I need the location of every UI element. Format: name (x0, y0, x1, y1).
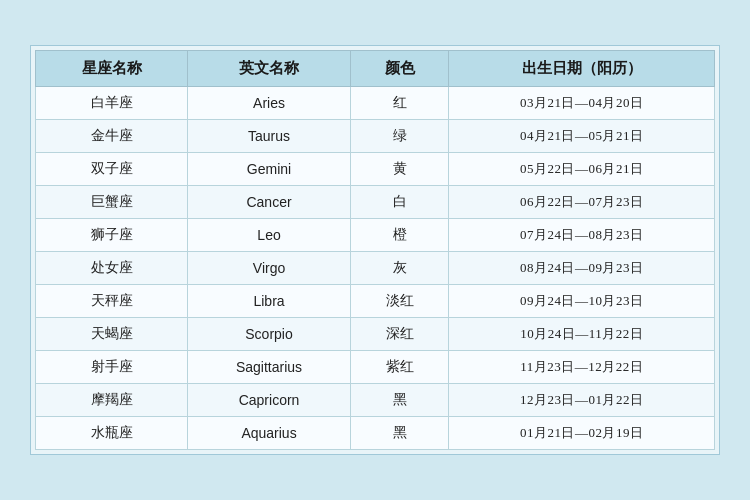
cell-color: 黑 (351, 417, 449, 450)
cell-chinese-name: 射手座 (36, 351, 188, 384)
table-row: 狮子座Leo橙07月24日—08月23日 (36, 219, 715, 252)
cell-birthdate: 07月24日—08月23日 (449, 219, 715, 252)
cell-english-name: Libra (188, 285, 351, 318)
cell-birthdate: 01月21日—02月19日 (449, 417, 715, 450)
cell-chinese-name: 水瓶座 (36, 417, 188, 450)
cell-birthdate: 06月22日—07月23日 (449, 186, 715, 219)
cell-birthdate: 09月24日—10月23日 (449, 285, 715, 318)
cell-chinese-name: 巨蟹座 (36, 186, 188, 219)
cell-birthdate: 04月21日—05月21日 (449, 120, 715, 153)
cell-chinese-name: 双子座 (36, 153, 188, 186)
table-row: 双子座Gemini黄05月22日—06月21日 (36, 153, 715, 186)
cell-birthdate: 08月24日—09月23日 (449, 252, 715, 285)
table-header-row: 星座名称 英文名称 颜色 出生日期（阳历） (36, 51, 715, 87)
cell-color: 灰 (351, 252, 449, 285)
cell-color: 深红 (351, 318, 449, 351)
cell-english-name: Cancer (188, 186, 351, 219)
cell-birthdate: 11月23日—12月22日 (449, 351, 715, 384)
cell-birthdate: 10月24日—11月22日 (449, 318, 715, 351)
table-row: 射手座Sagittarius紫红11月23日—12月22日 (36, 351, 715, 384)
cell-color: 红 (351, 87, 449, 120)
cell-english-name: Capricorn (188, 384, 351, 417)
cell-chinese-name: 天秤座 (36, 285, 188, 318)
cell-english-name: Gemini (188, 153, 351, 186)
cell-chinese-name: 摩羯座 (36, 384, 188, 417)
cell-english-name: Taurus (188, 120, 351, 153)
zodiac-table: 星座名称 英文名称 颜色 出生日期（阳历） 白羊座Aries红03月21日—04… (35, 50, 715, 450)
cell-chinese-name: 白羊座 (36, 87, 188, 120)
table-row: 白羊座Aries红03月21日—04月20日 (36, 87, 715, 120)
header-english-name: 英文名称 (188, 51, 351, 87)
cell-color: 黑 (351, 384, 449, 417)
cell-chinese-name: 天蝎座 (36, 318, 188, 351)
cell-english-name: Aquarius (188, 417, 351, 450)
table-row: 摩羯座Capricorn黑12月23日—01月22日 (36, 384, 715, 417)
cell-english-name: Sagittarius (188, 351, 351, 384)
table-row: 巨蟹座Cancer白06月22日—07月23日 (36, 186, 715, 219)
header-color: 颜色 (351, 51, 449, 87)
header-chinese-name: 星座名称 (36, 51, 188, 87)
header-birthdate: 出生日期（阳历） (449, 51, 715, 87)
cell-color: 黄 (351, 153, 449, 186)
cell-english-name: Leo (188, 219, 351, 252)
cell-color: 紫红 (351, 351, 449, 384)
cell-chinese-name: 金牛座 (36, 120, 188, 153)
cell-color: 绿 (351, 120, 449, 153)
cell-english-name: Aries (188, 87, 351, 120)
cell-english-name: Virgo (188, 252, 351, 285)
cell-birthdate: 05月22日—06月21日 (449, 153, 715, 186)
cell-english-name: Scorpio (188, 318, 351, 351)
cell-color: 淡红 (351, 285, 449, 318)
table-row: 天蝎座Scorpio深红10月24日—11月22日 (36, 318, 715, 351)
table-row: 金牛座Taurus绿04月21日—05月21日 (36, 120, 715, 153)
cell-chinese-name: 处女座 (36, 252, 188, 285)
table-row: 处女座Virgo灰08月24日—09月23日 (36, 252, 715, 285)
table-row: 水瓶座Aquarius黑01月21日—02月19日 (36, 417, 715, 450)
cell-chinese-name: 狮子座 (36, 219, 188, 252)
table-row: 天秤座Libra淡红09月24日—10月23日 (36, 285, 715, 318)
cell-birthdate: 03月21日—04月20日 (449, 87, 715, 120)
cell-color: 白 (351, 186, 449, 219)
cell-color: 橙 (351, 219, 449, 252)
table-container: 星座名称 英文名称 颜色 出生日期（阳历） 白羊座Aries红03月21日—04… (30, 45, 720, 455)
cell-birthdate: 12月23日—01月22日 (449, 384, 715, 417)
